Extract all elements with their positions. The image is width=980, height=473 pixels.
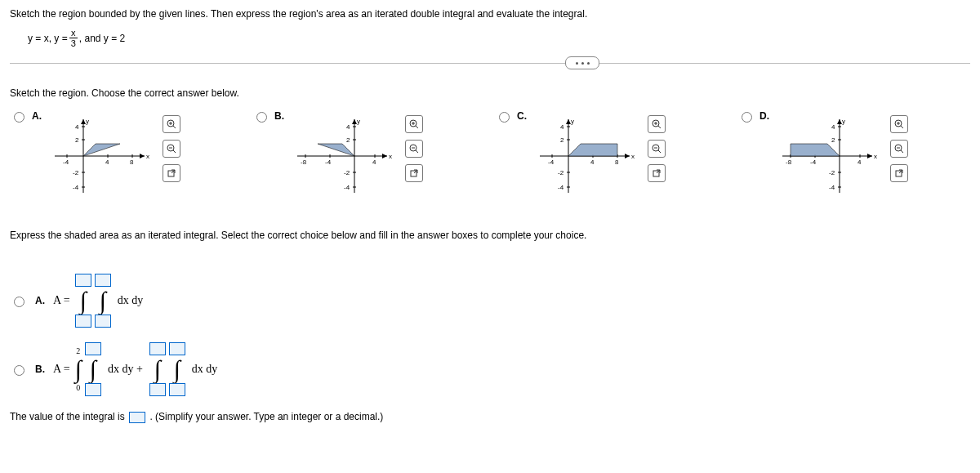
zoom-in-icon[interactable]: [163, 115, 180, 133]
popout-icon[interactable]: [890, 164, 908, 182]
svg-marker-20: [83, 144, 120, 156]
radio-d[interactable]: [742, 112, 752, 123]
part2-prompt: Express the shaded area as an iterated i…: [10, 230, 970, 241]
int-b-eq: A =: [53, 363, 70, 376]
label-c: C.: [517, 110, 527, 122]
integral-choice-b: B. A = 2 ∫ 0 ∫ dx dy + ∫ ∫: [10, 342, 970, 396]
radio-c[interactable]: [499, 112, 510, 123]
svg-text:-4: -4: [810, 158, 817, 166]
svg-text:y: y: [571, 118, 574, 125]
svg-line-22: [173, 126, 176, 128]
int-b-lower3[interactable]: [149, 383, 166, 396]
svg-marker-2: [140, 154, 145, 158]
svg-line-112: [901, 126, 903, 128]
integral-choice-a: A. A = ∫ ∫ dx dy: [10, 274, 970, 328]
svg-line-56: [416, 150, 418, 153]
int-b-lower2[interactable]: [85, 383, 101, 396]
zoom-in-icon[interactable]: [890, 115, 908, 133]
svg-text:x: x: [631, 153, 635, 160]
radio-int-b[interactable]: [14, 365, 24, 376]
svg-line-116: [901, 150, 903, 153]
final-post: . (Simplify your answer. Type an integer…: [149, 411, 383, 422]
svg-text:4: 4: [858, 158, 862, 166]
svg-line-82: [658, 126, 661, 128]
int-b-diff2: dx dy: [192, 363, 218, 376]
zoom-out-icon[interactable]: [163, 140, 180, 158]
svg-text:8: 8: [130, 158, 134, 166]
radio-b[interactable]: [256, 112, 267, 123]
svg-text:-2: -2: [344, 169, 350, 176]
svg-text:x: x: [389, 153, 392, 160]
int-a-diff: dx dy: [118, 294, 144, 307]
svg-text:-4: -4: [344, 184, 350, 191]
plot-c: x y -4 4 8 2 4 -2 -4: [532, 115, 638, 197]
int-a-lower1[interactable]: [75, 315, 91, 328]
ellipsis-button[interactable]: [565, 56, 599, 69]
svg-text:-4: -4: [325, 158, 332, 166]
plot-d: x y -8 -4 4 2 4 -2 -4: [774, 115, 880, 197]
popout-icon[interactable]: [648, 164, 666, 182]
svg-text:2: 2: [560, 136, 564, 144]
zoom-out-icon[interactable]: [405, 140, 423, 158]
eq-part2: , and y = 2: [79, 33, 125, 44]
choice-b: B. x y -8 -4 4 2 4 -2 -4: [252, 110, 485, 197]
svg-text:x: x: [874, 153, 877, 160]
popout-icon[interactable]: [163, 164, 180, 182]
plot-wrap-c: x y -4 4 8 2 4 -2 -4: [532, 115, 638, 197]
svg-marker-80: [568, 144, 617, 156]
svg-text:-8: -8: [301, 158, 307, 166]
zoom-in-icon[interactable]: [405, 115, 423, 133]
popout-icon[interactable]: [405, 164, 423, 182]
eq-part1: y = x, y =: [28, 33, 68, 44]
plot-wrap-b: x y -8 -4 4 2 4 -2 -4: [289, 115, 395, 197]
int-a-eq: A =: [53, 294, 70, 307]
label-d: D.: [760, 110, 769, 122]
svg-text:4: 4: [831, 123, 835, 131]
int-a-upper1[interactable]: [75, 274, 91, 287]
svg-text:-4: -4: [548, 158, 555, 166]
svg-marker-110: [791, 144, 840, 156]
choice-a: A. x y -4 4 8 2 4 -2 -4: [10, 110, 243, 197]
int-b-upper2[interactable]: [85, 342, 101, 355]
svg-text:4: 4: [75, 123, 79, 131]
final-answer-input[interactable]: [129, 412, 145, 423]
int-a-lower2[interactable]: [95, 315, 111, 328]
svg-text:y: y: [842, 118, 845, 125]
zoom-out-icon[interactable]: [648, 140, 666, 158]
svg-marker-32: [382, 154, 387, 158]
plot-wrap-d: x y -8 -4 4 2 4 -2 -4: [774, 115, 880, 197]
zoom-in-icon[interactable]: [648, 115, 666, 133]
svg-text:-4: -4: [829, 184, 835, 191]
integral-choices: A. A = ∫ ∫ dx dy B. A = 2 ∫ 0: [10, 274, 970, 396]
part1-prompt: Sketch the region. Choose the correct an…: [10, 87, 970, 99]
plot-a: x y -4 4 8 2 4 -2 -4: [47, 115, 153, 197]
integral-sign-icon: ∫: [80, 288, 87, 313]
svg-text:-2: -2: [829, 169, 835, 176]
svg-marker-50: [318, 144, 354, 156]
label-a: A.: [32, 110, 42, 122]
int-b-upper3[interactable]: [149, 342, 166, 355]
svg-line-26: [173, 150, 176, 153]
svg-text:4: 4: [346, 123, 350, 131]
svg-text:-4: -4: [63, 158, 69, 166]
svg-text:-8: -8: [786, 158, 792, 166]
int-b-diff1: dx dy +: [108, 363, 143, 376]
zoom-out-icon[interactable]: [890, 140, 908, 158]
final-answer-line: The value of the integral is . (Simplify…: [10, 411, 970, 423]
svg-text:y: y: [357, 118, 360, 125]
int-b-lower4[interactable]: [169, 383, 185, 396]
svg-text:2: 2: [346, 136, 350, 144]
fraction-num: x: [69, 28, 78, 38]
svg-text:y: y: [86, 118, 89, 125]
choice-c: C. x y -4 4 8 2 4 -2 -4: [495, 110, 728, 197]
int-a-upper2[interactable]: [95, 274, 111, 287]
radio-int-a[interactable]: [14, 297, 24, 307]
int-b-upper4[interactable]: [169, 342, 185, 355]
svg-text:-2: -2: [73, 169, 79, 176]
question-intro: Sketch the region bounded by the given l…: [10, 8, 970, 20]
int-b-lower1: 0: [76, 383, 80, 392]
integral-sign-icon: ∫: [174, 357, 180, 382]
svg-text:4: 4: [105, 158, 109, 166]
svg-text:2: 2: [75, 136, 79, 144]
radio-a[interactable]: [14, 112, 24, 123]
